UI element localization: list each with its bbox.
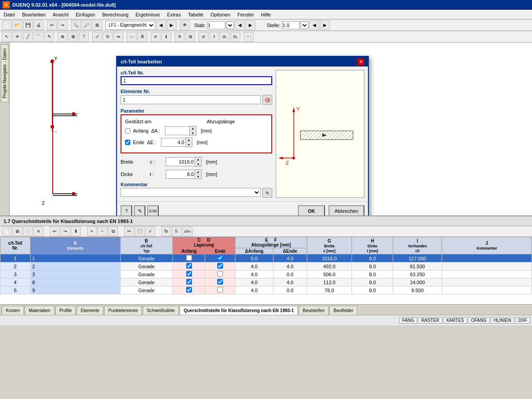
prev-lf-btn[interactable]: ◀: [156, 20, 166, 30]
edit-btn[interactable]: ✎: [44, 32, 54, 42]
status-fang[interactable]: FANG: [399, 317, 417, 324]
bt-fx2[interactable]: fₓ: [172, 227, 182, 236]
ortho-btn[interactable]: ⊤: [79, 32, 89, 42]
stab-input[interactable]: [207, 21, 225, 29]
zoom-in-btn[interactable]: 🔍: [71, 20, 81, 30]
bt-del[interactable]: −: [98, 227, 107, 236]
breite-spin-up[interactable]: ▲: [195, 157, 201, 162]
tab-materialien[interactable]: Materialien: [25, 306, 55, 315]
table-row[interactable]: 33Gerade4.00.0506.08.063.250: [0, 270, 532, 278]
point-btn[interactable]: ✛: [12, 32, 22, 42]
new-btn[interactable]: 📄: [2, 20, 12, 30]
ende-spin-dn[interactable]: ▼: [186, 142, 192, 147]
cell-ende-chk[interactable]: [205, 286, 235, 294]
view-btn[interactable]: 👁: [180, 20, 190, 30]
stelle-prev[interactable]: ◀: [309, 20, 319, 30]
tab-profile[interactable]: Profile: [55, 306, 76, 315]
bt-redo[interactable]: ↪: [60, 227, 70, 236]
cell-ende-chk[interactable]: [205, 294, 235, 295]
zero-btn[interactable]: 0.00: [147, 205, 159, 215]
menu-berechnung[interactable]: Berechnung: [98, 11, 132, 18]
zoom-out-btn[interactable]: 🔎: [82, 20, 91, 30]
cell-anfang-chk[interactable]: [172, 270, 205, 278]
tab-beulfelder[interactable]: Beulfelder: [329, 306, 357, 315]
rotate-btn[interactable]: ↻: [103, 32, 113, 42]
stelle-input[interactable]: [282, 21, 300, 29]
bt-cols[interactable]: ⋮: [23, 227, 33, 236]
menu-ansicht[interactable]: Ansicht: [49, 11, 72, 18]
menu-extras[interactable]: Extras: [164, 11, 184, 18]
layer-btn[interactable]: ≡: [151, 32, 160, 42]
canvas-area[interactable]: Y → Z → Y c/t-Teil bearbeiten ✕: [10, 43, 532, 215]
table-row[interactable]: 22Gerade4.04.0492.08.061.500: [0, 262, 532, 270]
cell-anfang-chk[interactable]: [172, 278, 205, 286]
table-row[interactable]: 11Gerade0.04.01016.08.0127.000: [0, 254, 532, 262]
cell-anfang-chk[interactable]: [172, 254, 205, 262]
next-lf-btn[interactable]: ▶: [167, 20, 176, 30]
stelle-dropdown[interactable]: [301, 21, 309, 29]
help-btn[interactable]: ?: [121, 205, 132, 215]
stab-dropdown[interactable]: [226, 21, 234, 29]
menu-hilfe[interactable]: Hilfe: [258, 11, 274, 18]
bt-paste[interactable]: 📋: [135, 227, 145, 236]
tab-knoten[interactable]: Knoten: [2, 306, 24, 315]
menu-datei[interactable]: Datei: [0, 11, 19, 18]
ende-spin-up[interactable]: ▲: [186, 138, 192, 142]
arc-btn[interactable]: ⌒: [34, 32, 43, 42]
bt-undo[interactable]: ↩: [50, 227, 59, 236]
kommentar-edit-btn[interactable]: ✎: [262, 188, 272, 198]
anfang-spin-dn[interactable]: ▼: [190, 131, 196, 135]
cell-ende-chk[interactable]: [205, 262, 235, 270]
status-ofang[interactable]: OFANG: [468, 317, 490, 324]
dicke-spin-up[interactable]: ▲: [195, 170, 201, 174]
sigma3-btn[interactable]: σₓ: [220, 32, 230, 42]
tab-schweinhte[interactable]: Schweißnähte: [143, 306, 179, 315]
cell-anfang-chk[interactable]: [172, 294, 205, 295]
lf-dropdown[interactable]: LF1 - Eigengewicht: [106, 21, 155, 30]
menu-fenster[interactable]: Fenster: [234, 11, 258, 18]
del-btn[interactable]: ✕: [175, 32, 184, 42]
kommentar-select[interactable]: [121, 188, 261, 197]
elemente-pick-btn[interactable]: 🎯: [262, 95, 272, 105]
copy-btn[interactable]: ⧉: [185, 32, 195, 42]
table-row[interactable]: 59Gerade4.00.076.08.09.500: [0, 286, 532, 294]
tab-elemente[interactable]: Elemente: [77, 306, 103, 315]
prop-btn[interactable]: ℹ: [161, 32, 171, 42]
cancel-button[interactable]: Abbrechen: [329, 205, 364, 215]
open-btn[interactable]: 📂: [12, 20, 22, 30]
bt-new[interactable]: 📄: [2, 227, 12, 236]
line-btn[interactable]: ╱: [23, 32, 33, 42]
menu-einfuegen[interactable]: Einfügen: [72, 11, 98, 18]
cell-ende-chk[interactable]: [205, 278, 235, 286]
bt-row[interactable]: ≡: [34, 227, 43, 236]
bt-grid[interactable]: ⊞: [12, 227, 22, 236]
dialog-close-btn[interactable]: ✕: [357, 58, 364, 65]
bt-check[interactable]: ✓: [145, 227, 155, 236]
elemente-nr-input[interactable]: [121, 95, 261, 104]
status-hlinien[interactable]: HLINIEN: [491, 317, 514, 324]
bt-ct[interactable]: c/t=: [183, 227, 192, 236]
ende-checkbox[interactable]: [125, 140, 130, 145]
breite-spin-dn[interactable]: ▼: [195, 162, 201, 166]
sigma-btn[interactable]: σ: [199, 32, 208, 42]
redo-btn[interactable]: ↪: [58, 20, 67, 30]
anfang-checkbox[interactable]: [125, 128, 130, 133]
ct-nr-input[interactable]: [121, 76, 272, 85]
bt-copy[interactable]: ⧉: [108, 227, 118, 236]
sigma2-btn[interactable]: τ: [209, 32, 219, 42]
select-btn[interactable]: ↖: [2, 32, 12, 42]
bt-import[interactable]: ⬇: [71, 227, 81, 236]
ende-value-input[interactable]: [161, 138, 185, 147]
save-btn[interactable]: 💾: [23, 20, 33, 30]
status-dxf[interactable]: DXF: [515, 317, 530, 324]
sidebar-tab-project[interactable]: Projekt-Navigator - Daten: [1, 44, 8, 102]
status-kartes[interactable]: KARTES: [443, 317, 467, 324]
status-raster[interactable]: RASTER: [418, 317, 442, 324]
tab-beulsteifen[interactable]: Beulsteifen: [299, 306, 329, 315]
more-btn[interactable]: ⋯: [244, 32, 254, 42]
stelle-next[interactable]: ▶: [320, 20, 330, 30]
breite-input[interactable]: [166, 157, 195, 166]
anfang-value-input[interactable]: [165, 126, 189, 135]
mirror-btn[interactable]: ⇔: [113, 32, 123, 42]
print-btn[interactable]: 🖨: [34, 20, 43, 30]
